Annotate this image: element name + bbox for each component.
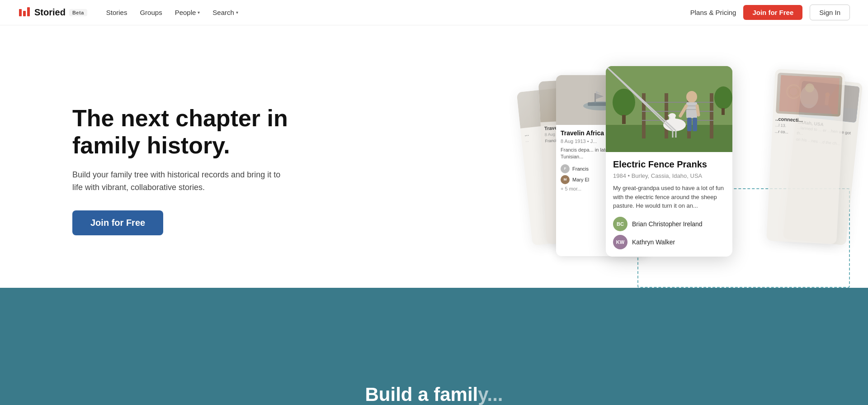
logo-text: Storied (34, 7, 66, 18)
svg-rect-36 (722, 108, 725, 115)
right-card-illustration (779, 75, 840, 114)
card-mid-author1-name: Francis (572, 166, 589, 172)
bg-card-right: ..connecti... ...l 13. ...r co... (766, 69, 845, 244)
hero-title: The next chapter in family history. (72, 105, 289, 159)
card-main-authors: BC Brian Christopher Ireland KW Kathryn … (613, 217, 725, 249)
hero-section: The next chapter in family history. Buil… (0, 25, 868, 288)
card-main-body: Electric Fence Pranks 1984 • Burley, Cas… (606, 152, 732, 257)
storied-logo-icon (18, 6, 31, 19)
svg-rect-0 (19, 9, 22, 16)
card-main-meta: 1984 • Burley, Cassia, Idaho, USA (613, 172, 725, 179)
card-main-text: My great-grandpa used to have a lot of f… (613, 184, 725, 210)
svg-rect-2 (27, 7, 30, 16)
svg-point-17 (686, 91, 697, 103)
card-right-text: ...r co... (774, 129, 839, 138)
card-mid-avatar1: F (561, 164, 570, 173)
nav-right: Plans & Pricing Join for Free Sign In (690, 5, 850, 20)
card-electric-fence: Electric Fence Pranks 1984 • Burley, Cas… (606, 66, 732, 257)
card-main-avatar2: KW (613, 235, 627, 249)
teal-section: Build a family... (0, 288, 868, 405)
hero-subtitle: Build your family tree with historical r… (72, 168, 289, 195)
hero-cards-area: ... ... Travelin... 8 Aug 1913 Francis d… (533, 52, 850, 288)
search-chevron-icon: ▾ (236, 10, 238, 15)
card-main-author2-name: Kathryn Walker (632, 238, 675, 246)
nav-stories[interactable]: Stories (102, 6, 132, 19)
svg-marker-6 (596, 91, 601, 94)
svg-marker-5 (596, 93, 604, 99)
svg-point-33 (613, 89, 635, 116)
nav-people[interactable]: People ▾ (170, 6, 205, 19)
farm-scene-illustration (606, 66, 732, 152)
signin-button[interactable]: Sign In (810, 5, 850, 20)
card-main-title: Electric Fence Pranks (613, 159, 725, 170)
card-right-content: ..connecti... ...l 13. ...r co... (772, 69, 845, 142)
card-main-author1-name: Brian Christopher Ireland (632, 220, 703, 228)
teal-content: Build a family... (347, 366, 521, 405)
svg-rect-34 (622, 115, 626, 124)
svg-point-35 (714, 86, 732, 109)
card-main-avatar1: BC (613, 217, 627, 231)
nav-links: Stories Groups People ▾ Search ▾ (102, 6, 243, 19)
card-mid-avatar2: M (561, 175, 570, 184)
people-chevron-icon: ▾ (198, 10, 200, 15)
hero-text-block: The next chapter in family history. Buil… (72, 105, 289, 235)
nav-search[interactable]: Search ▾ (208, 6, 243, 19)
card-main-author1-row: BC Brian Christopher Ireland (613, 217, 725, 231)
card-right-image (776, 73, 843, 117)
join-free-nav-button[interactable]: Join for Free (743, 5, 802, 20)
svg-rect-18 (686, 102, 697, 118)
navbar: Storied Beta Stories Groups People ▾ Sea… (0, 0, 868, 25)
svg-rect-24 (693, 118, 697, 131)
logo[interactable]: Storied Beta (18, 6, 87, 19)
plans-pricing-link[interactable]: Plans & Pricing (690, 9, 736, 16)
card-main-image (606, 66, 732, 152)
teal-section-title: Build a family... (365, 384, 503, 405)
svg-rect-1 (23, 11, 26, 16)
beta-badge: Beta (69, 9, 87, 16)
svg-rect-11 (665, 93, 668, 138)
card-main-author2-row: KW Kathryn Walker (613, 235, 725, 249)
nav-groups[interactable]: Groups (135, 6, 166, 19)
nav-left: Storied Beta Stories Groups People ▾ Sea… (18, 6, 243, 19)
svg-rect-13 (710, 93, 713, 138)
svg-line-22 (697, 106, 698, 115)
card-mid-author2-name: Mary El (572, 177, 589, 182)
join-free-hero-button[interactable]: Join for Free (72, 210, 163, 235)
svg-rect-23 (687, 118, 692, 131)
